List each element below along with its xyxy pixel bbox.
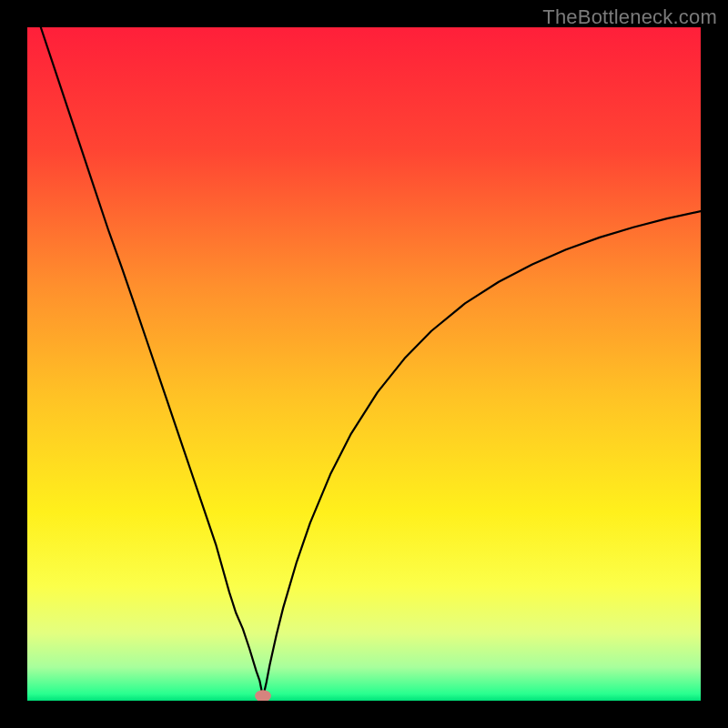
watermark-text: TheBottleneck.com bbox=[542, 5, 717, 29]
plot-area bbox=[27, 27, 701, 701]
chart-frame: TheBottleneck.com bbox=[0, 0, 728, 728]
curve-layer bbox=[27, 27, 701, 701]
minimum-marker bbox=[255, 690, 271, 701]
bottleneck-curve bbox=[27, 27, 701, 697]
